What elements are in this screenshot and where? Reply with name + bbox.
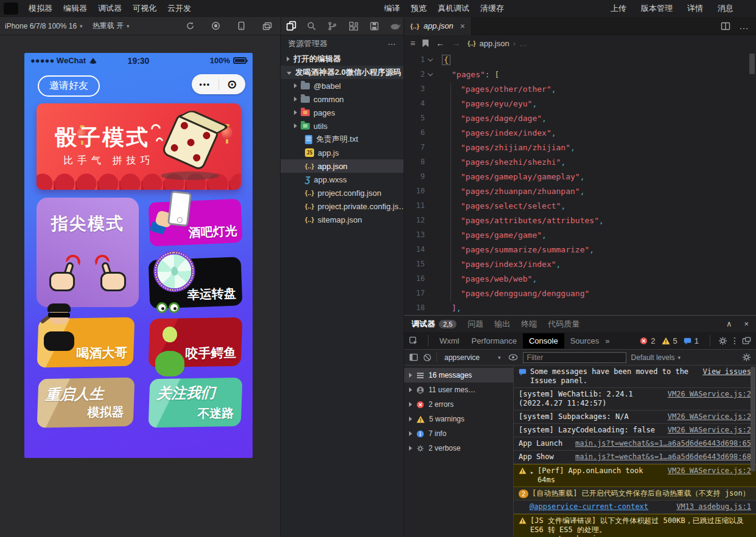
tile-restart-life[interactable]: 重启人生 模拟器: [37, 378, 135, 428]
menu-upload[interactable]: 上传: [605, 1, 632, 16]
tab-output[interactable]: 输出: [494, 319, 510, 330]
tree-item-common[interactable]: common: [281, 92, 404, 106]
sidebar-item-errors[interactable]: 2 errors: [404, 397, 513, 412]
phone-rotate-button[interactable]: [233, 19, 250, 33]
miniprogram-capsule[interactable]: ••• ⊙: [192, 74, 245, 94]
record-button[interactable]: [208, 19, 225, 33]
menu-messages[interactable]: 消息: [712, 1, 739, 16]
kebab-menu-icon[interactable]: ⋮: [730, 336, 739, 345]
sidebar-item-verbose[interactable]: 2 verbose: [404, 441, 513, 456]
tree-item-app-wxss[interactable]: Ʒ app.wxss: [281, 173, 404, 186]
invite-friends-button[interactable]: 邀请好友: [38, 75, 100, 97]
menu-cloud-dev[interactable]: 云开发: [162, 1, 197, 16]
storage-activity-button[interactable]: [366, 19, 383, 33]
search-activity-button[interactable]: [303, 19, 320, 33]
context-link[interactable]: @appservice-current-context: [530, 502, 648, 511]
close-tab-icon[interactable]: ×: [460, 21, 465, 31]
issues-icon[interactable]: [684, 337, 691, 345]
tree-item-disclaimer-txt[interactable]: 免责声明.txt: [281, 133, 404, 146]
sidebar-item-warnings[interactable]: 5 warnings: [404, 412, 513, 426]
breadcrumb[interactable]: {..} app.json › …: [467, 39, 527, 48]
expand-arrow-icon[interactable]: ▸: [530, 468, 534, 477]
hot-reload-toggle[interactable]: 热重载 开▾: [88, 19, 135, 33]
menu-clear-cache[interactable]: 清缓存: [475, 1, 509, 16]
more-actions-icon[interactable]: …: [739, 21, 749, 32]
undock-icon[interactable]: [742, 336, 751, 345]
eye-icon[interactable]: [508, 354, 518, 361]
git-activity-button[interactable]: [324, 19, 341, 33]
tab-console[interactable]: Console: [523, 333, 564, 348]
tree-item-project-config[interactable]: {..} project.config.json: [281, 186, 404, 199]
gear-icon[interactable]: [718, 336, 727, 345]
source-link[interactable]: VM13 asdebug.js:1: [676, 502, 751, 511]
menu-simulator[interactable]: 模拟器: [23, 1, 58, 16]
tree-item-babel[interactable]: @babel: [281, 79, 404, 92]
sidebar-item-info[interactable]: 7 info: [404, 426, 513, 441]
context-selector[interactable]: appservice ▾: [442, 353, 503, 362]
project-root-folder[interactable]: 发喝酒神器2.0微信小程序源码: [281, 66, 404, 79]
menu-preview[interactable]: 预览: [405, 1, 432, 16]
log-levels-selector[interactable]: Default levels ▾: [631, 353, 681, 362]
tab-debugger[interactable]: 调试器 2,5: [411, 319, 457, 330]
menu-version-manage[interactable]: 版本管理: [635, 1, 678, 16]
extensions-activity-button[interactable]: [345, 19, 362, 33]
refresh-button[interactable]: [182, 19, 199, 33]
menu-editor[interactable]: 编辑器: [58, 1, 93, 16]
tile-bar-lighting[interactable]: 酒吧灯光: [149, 199, 243, 247]
issue-count[interactable]: 1: [695, 336, 699, 345]
device-selector[interactable]: iPhone 6/7/8 100% 16▾: [0, 20, 88, 32]
tree-item-utils[interactable]: utils: [281, 119, 404, 133]
filter-input[interactable]: [523, 352, 626, 363]
menu-compile[interactable]: 编译: [379, 1, 405, 16]
sidebar-toggle-icon[interactable]: [409, 353, 418, 361]
capsule-close-icon[interactable]: ⊙: [219, 78, 246, 90]
sidebar-item-all-messages[interactable]: 16 messages: [404, 368, 513, 383]
tree-item-pages[interactable]: pages: [281, 106, 404, 119]
split-editor-icon[interactable]: [721, 22, 730, 30]
console-scrollbar-thumb[interactable]: [751, 367, 755, 471]
warning-count[interactable]: 5: [673, 336, 677, 345]
close-panel-icon[interactable]: ×: [744, 319, 749, 328]
clear-console-icon[interactable]: [423, 353, 432, 362]
tree-item-project-private-config[interactable]: {..} project.private.config.js…: [281, 199, 404, 213]
view-issues-link[interactable]: View issues: [703, 367, 751, 376]
source-link[interactable]: main.js?t=wechat&s=1…a6a5d6de6443d698:65: [575, 439, 751, 448]
open-editors-section[interactable]: 打开的编辑器: [281, 52, 404, 66]
tab-performance[interactable]: Performance: [466, 333, 523, 348]
source-link[interactable]: VM26 WAService.js:2: [668, 412, 751, 421]
collapse-panel-icon[interactable]: ∧: [726, 319, 732, 328]
capsule-more-icon[interactable]: •••: [192, 80, 219, 89]
inspect-element-button[interactable]: [404, 336, 423, 345]
cloud-activity-button[interactable]: [387, 19, 404, 33]
more-tabs-icon[interactable]: »: [605, 336, 609, 345]
warning-icon[interactable]: [662, 337, 670, 345]
tab-wxml[interactable]: Wxml: [433, 333, 466, 348]
source-link[interactable]: VM26 WAService.js:2: [668, 390, 751, 399]
error-icon[interactable]: [640, 337, 648, 345]
multi-window-button[interactable]: [259, 19, 276, 33]
sidebar-item-user-messages[interactable]: 11 user mes…: [404, 383, 513, 397]
menu-visualization[interactable]: 可视化: [127, 1, 162, 16]
tree-item-app-json[interactable]: {..} app.json: [281, 159, 404, 173]
tile-follow-us[interactable]: 关注我们 不迷路: [149, 378, 243, 428]
explorer-more-icon[interactable]: ⋯: [388, 40, 396, 49]
bookmark-icon[interactable]: [422, 40, 429, 47]
forward-icon[interactable]: →: [452, 38, 460, 48]
tab-terminal[interactable]: 终端: [521, 319, 537, 330]
back-icon[interactable]: ←: [436, 38, 444, 48]
tree-item-sitemap-json[interactable]: {..} sitemap.json: [281, 213, 404, 226]
tile-fingertip-mode[interactable]: 指尖模式: [37, 198, 139, 307]
menu-real-device-debug[interactable]: 真机调试: [432, 1, 475, 16]
tab-sources[interactable]: Sources: [564, 333, 606, 348]
outline-icon[interactable]: ≡: [410, 38, 415, 48]
console-settings-gear-icon[interactable]: [742, 353, 751, 362]
source-link[interactable]: VM26 WAService.js:2: [668, 426, 751, 435]
menu-details[interactable]: 详情: [682, 1, 709, 16]
source-link[interactable]: VM26 WAService.js:2: [668, 466, 751, 476]
tree-item-app-js[interactable]: JS app.js: [281, 146, 404, 159]
error-count[interactable]: 2: [651, 336, 655, 345]
source-link[interactable]: main.js?t=wechat&s=1…a6a5d6de6443d698:68: [575, 452, 751, 462]
tab-code-quality[interactable]: 代码质量: [548, 319, 579, 330]
dice-mode-banner[interactable]: 骰子模式 比手气 拼技巧: [37, 103, 241, 190]
editor-scrollbar-thumb[interactable]: [749, 54, 755, 74]
